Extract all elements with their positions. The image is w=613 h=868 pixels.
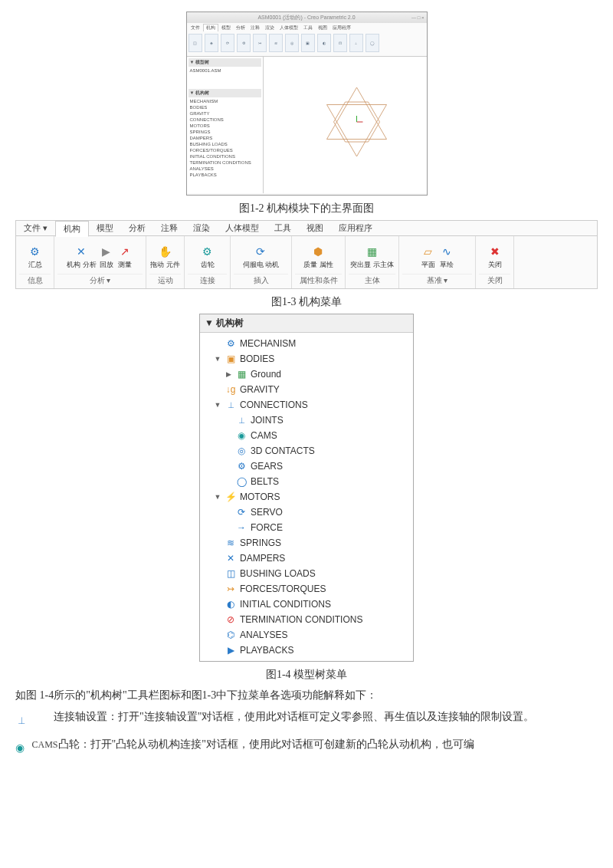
- tree-node[interactable]: ◐INITIAL CONDITIONS: [203, 597, 410, 612]
- screenshot-main-ui: ASM0001 (活动的) - Creo Parametric 2.0 文件 机…: [186, 12, 428, 196]
- tab-analysis[interactable]: 分析: [121, 221, 153, 235]
- tree-node[interactable]: →FORCE: [203, 520, 410, 535]
- tree-node[interactable]: ◉CAMS: [203, 428, 410, 443]
- ribbon-tabs: 文件 机构 模型 分析 注释 渲染 人体模型 工具 视图 应用程序: [187, 23, 427, 32]
- servo-button[interactable]: ⟳伺服电 动机: [243, 243, 280, 268]
- caption-1-4: 图1-4 模型树菜单: [15, 668, 598, 682]
- window-title: ASM0001 (活动的) - Creo Parametric 2.0: [187, 12, 427, 23]
- tab-view[interactable]: 视图: [299, 221, 331, 235]
- tree-node[interactable]: ◎3D CONTACTS: [203, 443, 410, 459]
- tab-tools[interactable]: 工具: [267, 221, 299, 235]
- screenshot-ribbon: 文件 ▾ 机构 模型 分析 注释 渲染 人体模型 工具 视图 应用程序 ⚙汇总 …: [15, 220, 598, 289]
- caption-1-2: 图1-2 机构模块下的主界面图: [15, 202, 598, 215]
- tab-manikin[interactable]: 人体模型: [218, 221, 267, 235]
- drag-button[interactable]: ✋拖动 元件: [150, 243, 180, 268]
- tab-mechanism[interactable]: 机构: [55, 221, 89, 237]
- playback-button[interactable]: ▶回放: [98, 243, 115, 268]
- caption-1-3: 图1-3 机构菜单: [15, 295, 598, 309]
- tree-node[interactable]: ✕DAMPERS: [203, 551, 410, 566]
- group-connect: ⚙齿轮 连接: [185, 236, 231, 288]
- canvas-3d: [264, 57, 427, 193]
- svg-marker-0: [326, 87, 386, 140]
- mech-analysis-button[interactable]: ✕机构 分析: [67, 243, 97, 268]
- tree-node[interactable]: ▼⚡MOTORS: [203, 489, 410, 505]
- tree-node[interactable]: ◯BELTS: [203, 474, 410, 489]
- para-joints: ⟂连接轴设置：打开"连接轴设置"对话框，使用此对话框可定义零参照、再生值以及连接…: [15, 708, 598, 726]
- summary-button[interactable]: ⚙汇总: [27, 243, 44, 268]
- tree-node[interactable]: ⟳SERVO: [203, 505, 410, 520]
- group-motion: ✋拖动 元件 运动: [146, 236, 185, 288]
- tree-node[interactable]: ↓gGRAVITY: [203, 382, 410, 397]
- tab-file[interactable]: 文件 ▾: [16, 221, 55, 235]
- group-info: ⚙汇总 信息: [16, 236, 54, 288]
- group-insert: ⟳伺服电 动机 插入: [231, 236, 292, 288]
- tree-node[interactable]: ▶PLAYBACKS: [203, 643, 410, 658]
- sketch-button[interactable]: ∿草绘: [438, 243, 455, 268]
- group-datum: ▱平面 ∿草绘 基准 ▾: [399, 236, 476, 288]
- para-intro: 如图 1-4所示的"机构树"工具栏图标和图1-3中下拉菜单各选项功能解释如下：: [15, 686, 598, 705]
- plane-button[interactable]: ▱平面: [420, 243, 437, 268]
- tab-model[interactable]: 模型: [89, 221, 121, 235]
- group-analysis: ✕机构 分析 ▶回放 ↗测量 分析 ▾: [54, 236, 146, 288]
- tree-node[interactable]: ▼⟂CONNECTIONS: [203, 397, 410, 413]
- highlight-button[interactable]: ▦突出显 示主体: [350, 243, 394, 268]
- tree-node[interactable]: ⊘TERMINATION CONDITIONS: [203, 612, 410, 627]
- mass-button[interactable]: ⬢质量 属性: [303, 243, 333, 268]
- tree-node[interactable]: ⌬ANALYSES: [203, 627, 410, 643]
- tree-node[interactable]: ⚙GEARS: [203, 459, 410, 474]
- tab-apps[interactable]: 应用程序: [331, 221, 380, 235]
- tree-node[interactable]: ▶▦Ground: [203, 367, 410, 382]
- tab-render[interactable]: 渲染: [185, 221, 218, 235]
- tree-node[interactable]: ▼▣BODIES: [203, 351, 410, 367]
- tree-node[interactable]: ⚙MECHANISM: [203, 336, 410, 351]
- ribbon-tabs-2: 文件 ▾ 机构 模型 分析 注释 渲染 人体模型 工具 视图 应用程序: [16, 221, 597, 236]
- tree-node[interactable]: ≋SPRINGS: [203, 535, 410, 551]
- group-body: ▦突出显 示主体 主体: [346, 236, 399, 288]
- tree-node[interactable]: ↣FORCES/TORQUES: [203, 581, 410, 597]
- measure-button[interactable]: ↗测量: [116, 243, 133, 268]
- tab-annotate[interactable]: 注释: [153, 221, 185, 235]
- screenshot-tree: ▼ 机构树 ⚙MECHANISM▼▣BODIES▶▦Ground↓gGRAVIT…: [199, 314, 414, 662]
- svg-marker-1: [326, 105, 386, 157]
- joints-icon: ⟂: [40, 712, 52, 724]
- tree-node[interactable]: ⟂JOINTS: [203, 413, 410, 428]
- para-cams: ◉ CAMS凸轮：打开"凸轮从动机构连接"对话框，使用此对话框可创建新的凸轮从动…: [15, 735, 598, 754]
- close-button[interactable]: ✖关闭: [487, 243, 503, 268]
- tree-header: ▼ 机构树: [200, 314, 413, 333]
- tree-panel: ▼ 模型树 ASM0001.ASM ▼ 机构树 MECHANISM BODIES…: [187, 57, 264, 193]
- group-props: ⬢质量 属性 属性和条件: [292, 236, 346, 288]
- gear-button[interactable]: ⚙齿轮: [199, 243, 216, 268]
- group-close: ✖关闭 关闭: [476, 236, 514, 288]
- cams-icon: ◉: [15, 739, 28, 751]
- ribbon-small: 文件 机构 模型 分析 注释 渲染 人体模型 工具 视图 应用程序 ◫◈⟳⚙↣≋…: [187, 23, 427, 57]
- tree-node[interactable]: ◫BUSHING LOADS: [203, 566, 410, 581]
